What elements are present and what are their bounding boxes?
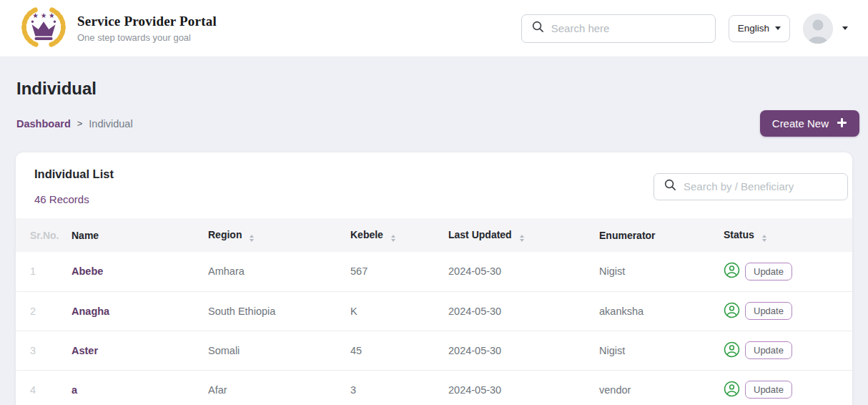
- create-new-label: Create New: [772, 117, 829, 130]
- cell-enumerator: akanksha: [599, 291, 724, 331]
- cell-srno: 2: [16, 291, 71, 331]
- sort-icon[interactable]: [520, 235, 524, 242]
- cell-status: Update: [724, 252, 852, 291]
- breadcrumb: Dashboard > Individual: [16, 118, 133, 130]
- language-dropdown[interactable]: English: [729, 15, 790, 42]
- search-icon: [664, 178, 677, 195]
- avatar[interactable]: [803, 14, 833, 44]
- cell-status: Update: [724, 291, 852, 331]
- cell-last-updated: 2024-05-30: [448, 331, 599, 370]
- cell-enumerator: Nigist: [599, 331, 724, 370]
- page-title: Individual: [16, 79, 868, 99]
- header-right: English: [521, 14, 848, 44]
- update-button[interactable]: Update: [745, 302, 792, 320]
- main-content: Individual Dashboard > Individual Create…: [0, 79, 868, 405]
- status-active-icon: [724, 381, 740, 399]
- records-count: 46 Records: [34, 193, 114, 205]
- cell-last-updated: 2024-05-30: [448, 370, 599, 405]
- language-label: English: [738, 23, 769, 34]
- header-search-input[interactable]: [551, 22, 706, 34]
- cell-region: South Ethiopia: [208, 291, 350, 331]
- search-icon: [531, 20, 545, 36]
- cell-region: Somali: [208, 331, 350, 370]
- header-search[interactable]: [521, 14, 716, 43]
- cell-srno: 1: [16, 252, 71, 291]
- column-header-srno: Sr.No.: [16, 218, 71, 252]
- card-header: Individual List 46 Records: [16, 152, 852, 218]
- breadcrumb-dashboard-link[interactable]: Dashboard: [16, 118, 71, 130]
- cell-srno: 3: [16, 331, 71, 370]
- create-new-button[interactable]: Create New: [760, 110, 859, 137]
- beneficiary-search[interactable]: [654, 173, 848, 200]
- individual-table: Sr.No. Name Region Kebele Last Updated: [16, 218, 852, 405]
- cell-kebele: K: [350, 291, 448, 331]
- cell-name-link[interactable]: Anagha: [71, 291, 208, 331]
- chevron-down-icon[interactable]: [842, 26, 848, 30]
- update-button[interactable]: Update: [745, 263, 792, 280]
- table-row: 4 a Afar 3 2024-05-30 vendor: [16, 370, 852, 405]
- column-header-status[interactable]: Status: [724, 218, 852, 252]
- cell-name-link[interactable]: a: [71, 370, 208, 405]
- brand-subtitle: One step towards your goal: [77, 32, 217, 43]
- column-header-last-updated[interactable]: Last Updated: [448, 218, 599, 252]
- sort-icon[interactable]: [391, 235, 395, 242]
- cell-name-link[interactable]: Aster: [71, 331, 208, 370]
- cell-status: Update: [724, 370, 852, 405]
- individual-list-card: Individual List 46 Records: [16, 152, 852, 405]
- cell-kebele: 3: [350, 370, 448, 405]
- cell-srno: 4: [16, 370, 71, 405]
- cell-enumerator: vendor: [599, 370, 724, 405]
- cell-region: Amhara: [208, 252, 350, 291]
- brand-logo-icon: ★ ★ ★: [21, 5, 66, 52]
- cell-region: Afar: [208, 370, 350, 405]
- breadcrumb-current: Individual: [89, 118, 132, 130]
- table-row: 3 Aster Somali 45 2024-05-30 Nigist: [16, 331, 852, 370]
- update-button[interactable]: Update: [745, 341, 792, 359]
- column-header-region[interactable]: Region: [208, 218, 350, 252]
- cell-status: Update: [724, 331, 852, 370]
- column-header-name: Name: [71, 218, 208, 252]
- cell-last-updated: 2024-05-30: [448, 252, 599, 291]
- page-toolbar: Dashboard > Individual Create New: [16, 110, 859, 137]
- cell-kebele: 45: [350, 331, 448, 370]
- card-title: Individual List: [34, 167, 114, 181]
- app-header: ★ ★ ★ Service Provider Portal One step t…: [0, 0, 868, 57]
- cell-kebele: 567: [350, 252, 448, 291]
- sort-icon[interactable]: [250, 235, 254, 242]
- brand: ★ ★ ★ Service Provider Portal One step t…: [21, 5, 217, 52]
- cell-name-link[interactable]: Abebe: [71, 252, 208, 291]
- profile-menu[interactable]: [803, 14, 848, 44]
- brand-title: Service Provider Portal: [77, 14, 217, 29]
- brand-text: Service Provider Portal One step towards…: [77, 14, 217, 43]
- table-header-row: Sr.No. Name Region Kebele Last Updated: [16, 218, 852, 252]
- status-active-icon: [724, 302, 740, 321]
- cell-last-updated: 2024-05-30: [448, 291, 599, 331]
- status-active-icon: [724, 341, 740, 360]
- beneficiary-search-input[interactable]: [684, 180, 838, 192]
- breadcrumb-separator: >: [77, 118, 83, 129]
- table-row: 2 Anagha South Ethiopia K 2024-05-30 aka…: [16, 291, 852, 331]
- column-header-kebele[interactable]: Kebele: [350, 218, 448, 252]
- plus-icon: [837, 117, 847, 130]
- status-active-icon: [724, 262, 740, 280]
- chevron-down-icon: [775, 26, 781, 30]
- table-row: 1 Abebe Amhara 567 2024-05-30 Nigist: [16, 252, 852, 291]
- cell-enumerator: Nigist: [599, 252, 724, 291]
- svg-text:★ ★ ★: ★ ★ ★: [32, 11, 55, 19]
- update-button[interactable]: Update: [745, 381, 792, 399]
- sort-icon[interactable]: [762, 235, 766, 242]
- column-header-enumerator: Enumerator: [599, 218, 724, 252]
- card-header-left: Individual List 46 Records: [34, 167, 114, 205]
